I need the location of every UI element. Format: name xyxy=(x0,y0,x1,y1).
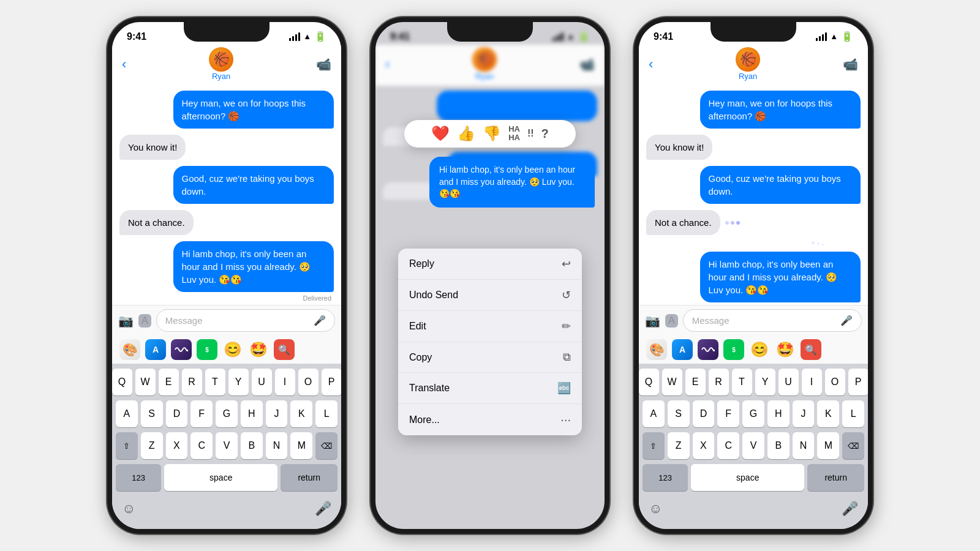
appstore-app-3[interactable]: A xyxy=(672,339,693,360)
key-3-h[interactable]: H xyxy=(767,400,790,427)
key-u[interactable]: U xyxy=(252,369,272,395)
key-p[interactable]: P xyxy=(322,369,342,395)
key-3-d[interactable]: D xyxy=(693,400,715,427)
key-a[interactable]: A xyxy=(116,400,138,427)
key-3-c[interactable]: C xyxy=(717,432,739,459)
key-y[interactable]: Y xyxy=(228,369,249,395)
memoji-app-1[interactable]: 😊 xyxy=(222,339,243,360)
appstore-app-1[interactable]: A xyxy=(145,339,166,360)
key-m[interactable]: M xyxy=(290,432,312,459)
message-input-3[interactable]: Message 🎤 xyxy=(683,309,862,332)
key-3-g[interactable]: G xyxy=(742,400,764,427)
key-3-n[interactable]: N xyxy=(793,432,815,459)
key-3-123[interactable]: 123 xyxy=(643,464,688,491)
key-space[interactable]: space xyxy=(164,464,277,491)
context-more[interactable]: More... ··· xyxy=(398,404,582,435)
key-l[interactable]: L xyxy=(315,400,337,427)
key-3-t[interactable]: T xyxy=(732,369,752,395)
key-i[interactable]: I xyxy=(275,369,295,395)
key-3-return[interactable]: return xyxy=(807,464,864,491)
key-f[interactable]: F xyxy=(190,400,213,427)
emoji-icon-3[interactable]: ☺ xyxy=(649,501,662,517)
key-h[interactable]: H xyxy=(241,400,263,427)
mic-icon-1[interactable]: 🎤 xyxy=(314,315,326,326)
contact-info-3[interactable]: 🏀 Ryan xyxy=(736,47,760,81)
key-g[interactable]: G xyxy=(216,400,238,427)
key-3-i[interactable]: I xyxy=(802,369,822,395)
key-q[interactable]: Q xyxy=(112,369,132,395)
key-return[interactable]: return xyxy=(281,464,337,491)
mic-bottom-icon-1[interactable]: 🎤 xyxy=(315,501,331,517)
key-3-m[interactable]: M xyxy=(817,432,839,459)
key-3-x[interactable]: X xyxy=(693,432,715,459)
key-3-y[interactable]: Y xyxy=(755,369,775,395)
key-j[interactable]: J xyxy=(266,400,288,427)
reaction-haha[interactable]: HAHA xyxy=(508,125,520,143)
key-c[interactable]: C xyxy=(190,432,213,459)
key-x[interactable]: X xyxy=(166,432,188,459)
context-reply[interactable]: Reply ↩ xyxy=(398,249,582,280)
photos-app-3[interactable]: 🎨 xyxy=(646,339,667,360)
photos-app-1[interactable]: 🎨 xyxy=(119,339,140,360)
context-undosend[interactable]: Undo Send ↺ xyxy=(398,280,582,311)
camera-icon-1[interactable]: 📷 xyxy=(118,313,134,328)
key-d[interactable]: D xyxy=(166,400,188,427)
wave-app-3[interactable] xyxy=(698,339,718,360)
reaction-question[interactable]: ? xyxy=(541,127,549,141)
key-3-r[interactable]: R xyxy=(709,369,729,395)
key-3-p[interactable]: P xyxy=(848,369,869,395)
emoji-icon-1[interactable]: ☺ xyxy=(122,501,135,517)
back-button-1[interactable]: ‹ xyxy=(122,56,126,72)
key-n[interactable]: N xyxy=(266,432,288,459)
key-3-l[interactable]: L xyxy=(842,400,864,427)
key-v[interactable]: V xyxy=(216,432,238,459)
key-b[interactable]: B xyxy=(241,432,263,459)
mic-bottom-icon-3[interactable]: 🎤 xyxy=(842,501,858,517)
memoji-app-4[interactable]: 🤩 xyxy=(775,339,796,360)
key-k[interactable]: K xyxy=(290,400,312,427)
context-translate[interactable]: Translate 🔤 xyxy=(398,373,582,404)
key-3-v[interactable]: V xyxy=(742,432,764,459)
key-t[interactable]: T xyxy=(205,369,225,395)
back-button-3[interactable]: ‹ xyxy=(649,56,653,72)
key-3-u[interactable]: U xyxy=(778,369,799,395)
reaction-thumbsup[interactable]: 👍 xyxy=(457,125,475,142)
key-w[interactable]: W xyxy=(135,369,156,395)
search-app-3[interactable]: 🔍 xyxy=(801,339,821,360)
camera-icon-3[interactable]: 📷 xyxy=(645,313,660,328)
key-3-space[interactable]: space xyxy=(691,464,804,491)
reaction-exclaim[interactable]: !! xyxy=(527,128,534,139)
key-3-z[interactable]: Z xyxy=(668,432,690,459)
cash-app-1[interactable]: $ xyxy=(197,339,217,360)
message-input-1[interactable]: Message 🎤 xyxy=(156,309,335,332)
memoji-app-3[interactable]: 😊 xyxy=(749,339,770,360)
key-3-backspace[interactable]: ⌫ xyxy=(842,432,864,459)
key-r[interactable]: R xyxy=(182,369,202,395)
wave-app-1[interactable] xyxy=(171,339,192,360)
mic-icon-3[interactable]: 🎤 xyxy=(840,315,853,326)
key-z[interactable]: Z xyxy=(141,432,163,459)
context-copy[interactable]: Copy ⧉ xyxy=(398,342,582,373)
video-button-3[interactable]: 📹 xyxy=(843,57,858,72)
context-edit[interactable]: Edit ✏ xyxy=(398,311,582,342)
key-3-e[interactable]: E xyxy=(685,369,706,395)
key-3-q[interactable]: Q xyxy=(639,369,659,395)
key-3-k[interactable]: K xyxy=(817,400,839,427)
key-s[interactable]: S xyxy=(141,400,163,427)
key-3-shift[interactable]: ⇧ xyxy=(643,432,665,459)
key-e[interactable]: E xyxy=(159,369,179,395)
search-app-1[interactable]: 🔍 xyxy=(274,339,295,360)
key-3-s[interactable]: S xyxy=(668,400,690,427)
key-backspace[interactable]: ⌫ xyxy=(315,432,337,459)
key-3-w[interactable]: W xyxy=(662,369,682,395)
key-3-f[interactable]: F xyxy=(717,400,739,427)
key-3-a[interactable]: A xyxy=(643,400,665,427)
key-o[interactable]: O xyxy=(298,369,318,395)
reaction-thumbsdown[interactable]: 👎 xyxy=(483,125,501,142)
apps-icon-3[interactable]: A xyxy=(665,314,678,328)
key-123[interactable]: 123 xyxy=(116,464,161,491)
cash-app-3[interactable]: $ xyxy=(723,339,744,360)
memoji-app-2[interactable]: 🤩 xyxy=(248,339,269,360)
key-3-b[interactable]: B xyxy=(767,432,790,459)
video-button-1[interactable]: 📹 xyxy=(316,57,331,72)
